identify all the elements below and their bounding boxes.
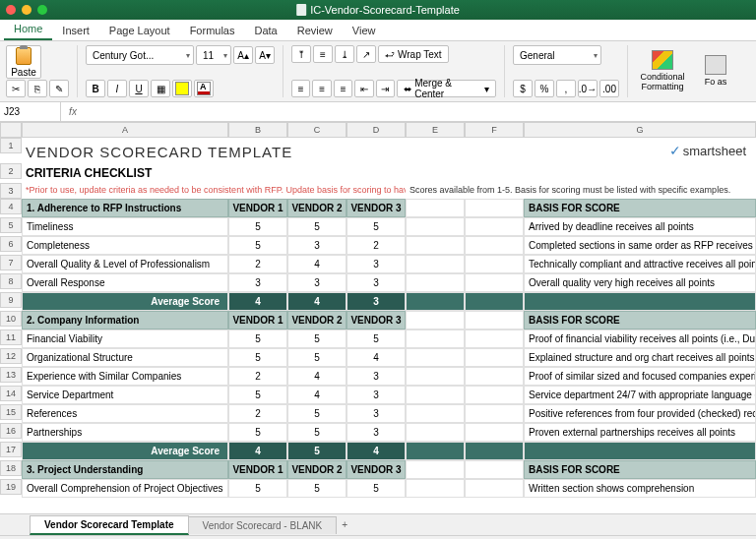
col-header-C[interactable]: C <box>287 122 346 138</box>
sheet-tab-blank[interactable]: Vendor Scorecard - BLANK <box>188 516 338 534</box>
row-header[interactable]: 17 <box>0 442 22 457</box>
col-header-E[interactable]: E <box>406 122 465 138</box>
worksheet-area[interactable]: ABCDEFG1VENDOR SCORECARD TEMPLATE✓smarts… <box>0 122 756 513</box>
font-color-button[interactable] <box>194 80 214 97</box>
fill-color-button[interactable] <box>172 80 192 97</box>
row-header[interactable]: 8 <box>0 273 22 289</box>
score-cell[interactable]: 5 <box>346 479 406 498</box>
increase-decimal-button[interactable]: .0→ <box>578 80 598 97</box>
row-header[interactable]: 10 <box>0 311 22 327</box>
row-header[interactable]: 19 <box>0 479 22 495</box>
orientation-button[interactable]: ↗ <box>356 45 376 63</box>
score-cell[interactable]: 3 <box>346 404 406 423</box>
criteria-label[interactable]: Overall Comprehension of Project Objecti… <box>22 479 228 498</box>
score-cell[interactable]: 3 <box>287 273 346 292</box>
font-name-select[interactable]: Century Got... <box>86 45 194 65</box>
spacer[interactable] <box>406 367 465 386</box>
score-cell[interactable]: 5 <box>228 423 287 442</box>
score-cell[interactable]: 3 <box>346 255 406 273</box>
basis-cell[interactable]: Completed sections in same order as RFP … <box>524 236 756 255</box>
spacer[interactable] <box>465 217 524 236</box>
spacer[interactable] <box>465 348 524 367</box>
spacer[interactable] <box>406 329 465 348</box>
format-as-button[interactable]: Fo as <box>689 45 742 96</box>
spacer[interactable] <box>406 479 465 498</box>
criteria-label[interactable]: Overall Response <box>22 273 228 292</box>
score-cell[interactable]: 3 <box>346 367 406 386</box>
tab-page-layout[interactable]: Page Layout <box>99 21 180 40</box>
basis-cell[interactable]: Proof of financial viability receives al… <box>524 329 756 348</box>
spacer[interactable] <box>465 404 524 423</box>
cut-button[interactable]: ✂ <box>6 80 26 97</box>
score-cell[interactable]: 4 <box>287 255 346 273</box>
align-right-button[interactable]: ≡ <box>334 80 352 97</box>
row-header[interactable]: 18 <box>0 460 22 476</box>
basis-cell[interactable]: Technically compliant and attractive rec… <box>524 255 756 273</box>
zoom-window-button[interactable] <box>37 5 47 15</box>
align-top-button[interactable]: ⤒ <box>291 45 311 63</box>
comma-button[interactable]: , <box>556 80 576 97</box>
row-header[interactable]: 16 <box>0 423 22 439</box>
score-cell[interactable]: 5 <box>228 386 287 404</box>
spacer[interactable] <box>465 479 524 498</box>
wrap-text-button[interactable]: ⮐ Wrap Text <box>378 45 449 63</box>
decrease-decimal-button[interactable]: .00 <box>599 80 619 97</box>
minimize-window-button[interactable] <box>22 5 32 15</box>
col-header-F[interactable]: F <box>465 122 524 138</box>
criteria-label[interactable]: Partnerships <box>22 423 228 442</box>
format-painter-button[interactable]: ✎ <box>49 80 69 97</box>
row-header[interactable]: 12 <box>0 348 22 364</box>
spacer[interactable] <box>406 348 465 367</box>
basis-cell[interactable]: Written section shows comprehension <box>524 479 756 498</box>
add-sheet-button[interactable]: + <box>336 519 353 530</box>
percent-button[interactable]: % <box>535 80 554 97</box>
criteria-label[interactable]: Financial Viability <box>22 329 228 348</box>
score-cell[interactable]: 4 <box>346 348 406 367</box>
basis-cell[interactable]: Explained structure and org chart receiv… <box>524 348 756 367</box>
increase-font-button[interactable]: A▴ <box>233 46 253 64</box>
align-middle-button[interactable]: ≡ <box>313 45 333 63</box>
col-header-B[interactable]: B <box>228 122 287 138</box>
basis-cell[interactable]: Service department 24/7 with appropriate… <box>524 386 756 404</box>
border-button[interactable]: ▦ <box>151 80 170 97</box>
score-cell[interactable]: 5 <box>287 217 346 236</box>
increase-indent-button[interactable]: ⇥ <box>376 80 395 97</box>
score-cell[interactable]: 3 <box>287 236 346 255</box>
select-all-corner[interactable] <box>0 122 22 138</box>
row-header[interactable]: 1 <box>0 138 22 153</box>
score-cell[interactable]: 5 <box>346 217 406 236</box>
align-bottom-button[interactable]: ⤓ <box>335 45 354 63</box>
row-header[interactable]: 13 <box>0 367 22 383</box>
basis-cell[interactable]: Arrived by deadline receives all points <box>524 217 756 236</box>
currency-button[interactable]: $ <box>513 80 533 97</box>
name-box[interactable]: J23 <box>0 102 61 121</box>
score-cell[interactable]: 5 <box>287 479 346 498</box>
row-header[interactable]: 3 <box>0 183 22 199</box>
align-left-button[interactable]: ≡ <box>291 80 310 97</box>
spacer[interactable] <box>465 367 524 386</box>
score-cell[interactable]: 5 <box>287 348 346 367</box>
score-cell[interactable]: 5 <box>228 236 287 255</box>
score-cell[interactable]: 4 <box>287 386 346 404</box>
score-cell[interactable]: 2 <box>228 404 287 423</box>
basis-cell[interactable]: Positive references from four provided (… <box>524 404 756 423</box>
score-cell[interactable]: 2 <box>228 367 287 386</box>
decrease-indent-button[interactable]: ⇤ <box>354 80 373 97</box>
number-format-select[interactable]: General <box>513 45 601 65</box>
row-header[interactable]: 5 <box>0 217 22 233</box>
row-header[interactable]: 15 <box>0 404 22 420</box>
merge-center-button[interactable]: ⬌ Merge & Center ▾ <box>397 80 496 97</box>
criteria-label[interactable]: Completeness <box>22 236 228 255</box>
score-cell[interactable]: 2 <box>346 236 406 255</box>
row-header[interactable]: 7 <box>0 255 22 270</box>
score-cell[interactable]: 5 <box>287 329 346 348</box>
score-cell[interactable]: 3 <box>228 273 287 292</box>
spacer[interactable] <box>406 423 465 442</box>
row-header[interactable]: 2 <box>0 163 22 179</box>
spacer[interactable] <box>465 255 524 273</box>
font-size-select[interactable]: 11 <box>196 45 231 65</box>
row-header[interactable]: 6 <box>0 236 22 252</box>
basis-cell[interactable]: Proven external partnerships receives al… <box>524 423 756 442</box>
col-header-G[interactable]: G <box>524 122 756 138</box>
score-cell[interactable]: 2 <box>228 255 287 273</box>
